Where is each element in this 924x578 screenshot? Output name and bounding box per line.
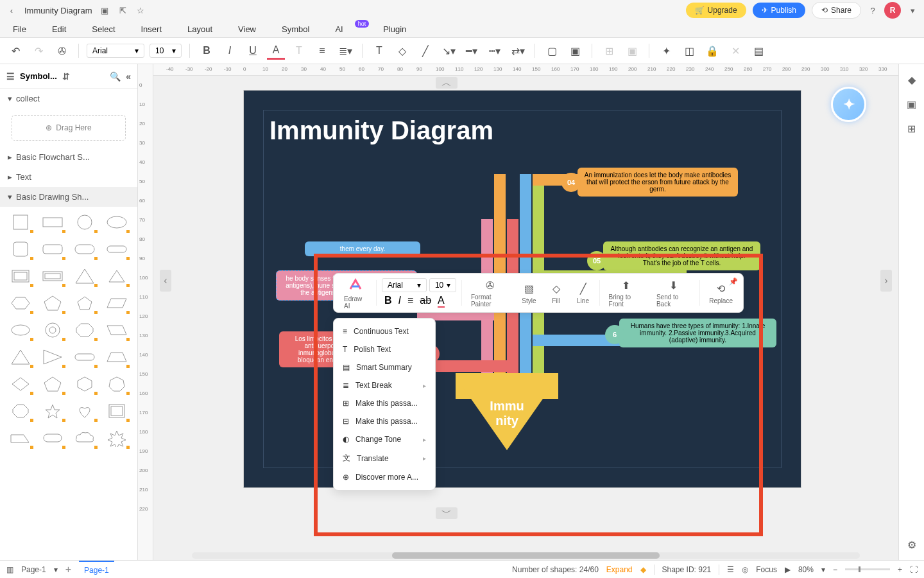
shape-tri[interactable] [71, 265, 99, 288]
ctx-format-painter[interactable]: ✇Format Painter [467, 278, 513, 308]
page-tab[interactable]: Page-1 [79, 561, 114, 579]
menu-insert[interactable]: Insert [141, 24, 162, 34]
shape-tri4[interactable] [38, 346, 67, 369]
section-collect[interactable]: ▾ collect [0, 89, 137, 109]
shape-burst[interactable] [103, 426, 131, 450]
line-style-icon[interactable]: ┅▾ [486, 42, 504, 60]
zoom-slider[interactable] [845, 568, 890, 570]
ctx-bring-front[interactable]: ⬆Bring to Front [605, 278, 647, 308]
shape-dblrect[interactable] [6, 265, 35, 288]
shape-hex2[interactable] [71, 372, 99, 396]
zoom-dropdown-icon[interactable]: ▾ [821, 565, 825, 574]
shape-pent3[interactable] [38, 372, 67, 396]
format-painter-icon[interactable]: ✇ [53, 42, 71, 60]
connector-icon[interactable]: ↘▾ [440, 42, 458, 60]
page-right-icon[interactable]: › [880, 270, 892, 292]
ctx-textstyle-icon[interactable]: ab [420, 295, 431, 308]
shape-pill[interactable] [103, 238, 131, 261]
ctx-size-select[interactable]: 10▾ [429, 278, 456, 292]
shape-stadium[interactable] [71, 346, 99, 369]
shape-para[interactable] [103, 292, 131, 315]
ctx-italic-icon[interactable]: I [398, 295, 400, 308]
font-color-icon[interactable]: A [267, 42, 285, 60]
effects-icon[interactable]: ✦ [657, 42, 675, 60]
menu-plugin[interactable]: Plugin [383, 24, 406, 34]
ctx-align-icon[interactable]: ≡ [407, 295, 413, 308]
callout-06[interactable]: Humans have three types of immunity: 1.I… [619, 319, 776, 347]
shape-circle[interactable] [71, 211, 99, 234]
shape-rect[interactable] [38, 211, 67, 234]
publish-button[interactable]: ✈ Publish [753, 3, 805, 18]
size-select[interactable]: 10▾ [150, 44, 182, 58]
shape-diamond[interactable] [6, 372, 35, 396]
menu-edit[interactable]: Edit [52, 24, 66, 34]
share-button[interactable]: ⟲ Share [812, 2, 861, 19]
page-next-icon[interactable]: ﹀ [436, 507, 458, 519]
align-left-icon[interactable]: ≡ [313, 42, 331, 60]
add-page-icon[interactable]: + [65, 564, 71, 575]
focus-icon[interactable]: ◎ [742, 565, 748, 574]
shape-dblrect2[interactable] [38, 265, 67, 288]
page-icon[interactable]: ▢ [543, 42, 561, 60]
settings-icon[interactable]: ⚙ [905, 538, 918, 551]
ctx-bold-icon[interactable]: B [384, 295, 392, 308]
ai-polish[interactable]: TPolish Text [334, 340, 435, 358]
menu-symbol[interactable]: Symbol [282, 24, 309, 34]
arrow-style-icon[interactable]: ⇄▾ [509, 42, 527, 60]
pages-icon[interactable]: ▣ [566, 42, 584, 60]
canvas-area[interactable]: -40-30-20-100102030405060708090100110120… [153, 64, 898, 560]
save-icon[interactable]: ▣ [99, 5, 110, 15]
ai-break[interactable]: ≣Text Break▸ [334, 376, 435, 394]
diagram-title[interactable]: Immunity Diagram [270, 116, 493, 145]
fullscreen-icon[interactable]: ⛶ [910, 565, 918, 574]
undo-icon[interactable]: ↶ [6, 42, 24, 60]
text-tool-icon[interactable]: T [370, 42, 388, 60]
ctx-color-icon[interactable]: A [438, 295, 445, 308]
shape-tri2[interactable] [103, 265, 131, 288]
ctx-fill[interactable]: ◇Fill [545, 282, 567, 304]
image-icon[interactable]: ▣ [905, 98, 918, 110]
shape-cloud[interactable] [71, 426, 99, 450]
shape-hept[interactable] [103, 372, 131, 396]
bold-icon[interactable]: B [198, 42, 216, 60]
ai-discover[interactable]: ⊕Discover more A... [334, 468, 435, 486]
ai-translate[interactable]: 文Translate▸ [334, 448, 435, 468]
align-obj-icon[interactable]: ⊞ [600, 42, 618, 60]
zoom-out-icon[interactable]: − [833, 565, 837, 574]
expand-link[interactable]: Expand [606, 565, 633, 574]
lock-icon[interactable]: 🔒 [703, 42, 721, 60]
library-icon[interactable]: ☰ [6, 71, 15, 82]
ctx-style[interactable]: ▧Style [518, 282, 540, 304]
section-text[interactable]: ▸ Text [0, 167, 137, 187]
play-icon[interactable]: ▶ [785, 565, 791, 574]
layers-status-icon[interactable]: ☰ [727, 565, 734, 574]
ai-tone[interactable]: ◐Change Tone▸ [334, 430, 435, 448]
expand-lib-icon[interactable]: ⇵ [62, 71, 70, 82]
menu-select[interactable]: Select [92, 24, 115, 34]
italic-icon[interactable]: I [221, 42, 239, 60]
callout-05[interactable]: Although antibodies can recognize an ant… [603, 241, 760, 270]
ai-summary[interactable]: ▤Smart Summary [334, 358, 435, 376]
shape-frame[interactable] [103, 399, 131, 423]
crop-icon[interactable]: ◫ [680, 42, 698, 60]
shape-trap[interactable] [103, 346, 131, 369]
avatar-chevron-icon[interactable]: ▾ [907, 5, 918, 15]
shape-star[interactable] [38, 399, 67, 423]
collapse-icon[interactable]: « [126, 71, 131, 82]
ai-continuous[interactable]: ≡Continuous Text [334, 322, 435, 340]
menu-file[interactable]: File [13, 24, 26, 34]
star-icon[interactable]: ☆ [135, 5, 146, 15]
tools-icon[interactable]: ✕ [726, 42, 744, 60]
premium-icon[interactable]: ◆ [640, 565, 646, 574]
shape-donut[interactable] [38, 319, 67, 342]
group-icon[interactable]: ▣ [623, 42, 641, 60]
paint-icon[interactable]: ◆ [905, 73, 918, 86]
page-prev-icon[interactable]: ︿ [436, 77, 458, 89]
h-scrollbar[interactable] [192, 552, 860, 559]
upgrade-button[interactable]: 🛒 Upgrade [686, 3, 746, 18]
page-dropdown-icon[interactable]: ▾ [54, 565, 58, 574]
pin-icon[interactable]: 📌 [729, 277, 738, 286]
avatar[interactable]: R [884, 2, 901, 19]
ai-badge-icon[interactable]: ✦ [831, 87, 866, 122]
line-weight-icon[interactable]: ━▾ [463, 42, 481, 60]
